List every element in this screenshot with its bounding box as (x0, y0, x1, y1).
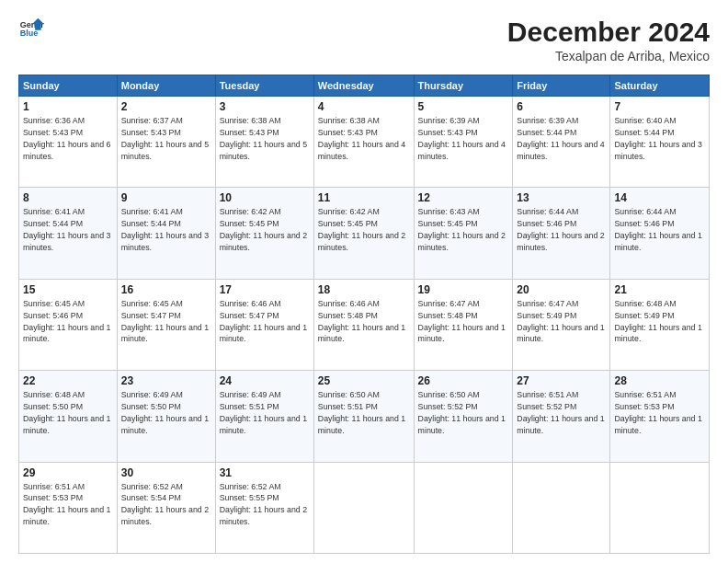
day-number: 3 (220, 100, 310, 113)
day-number: 31 (220, 466, 310, 479)
day-number: 23 (121, 374, 211, 387)
day-info: Sunrise: 6:44 AMSunset: 5:46 PMDaylight:… (517, 207, 604, 252)
dow-header-cell: Saturday (610, 75, 710, 97)
day-info: Sunrise: 6:50 AMSunset: 5:51 PMDaylight:… (318, 390, 405, 435)
calendar-week-row: 8 Sunrise: 6:41 AMSunset: 5:44 PMDayligh… (19, 188, 710, 279)
calendar-day-cell: 22 Sunrise: 6:48 AMSunset: 5:50 PMDaylig… (19, 371, 118, 462)
day-number: 25 (318, 374, 410, 387)
header: General Blue December 2024 Texalpan de A… (18, 17, 710, 63)
day-number: 12 (418, 191, 509, 204)
calendar-day-cell: 25 Sunrise: 6:50 AMSunset: 5:51 PMDaylig… (313, 371, 414, 462)
dow-header-cell: Sunday (19, 75, 118, 97)
day-info: Sunrise: 6:51 AMSunset: 5:52 PMDaylight:… (517, 390, 604, 435)
day-number: 29 (23, 466, 113, 479)
dow-header-cell: Thursday (414, 75, 513, 97)
day-info: Sunrise: 6:38 AMSunset: 5:43 PMDaylight:… (318, 116, 405, 161)
calendar-day-cell: 10 Sunrise: 6:42 AMSunset: 5:45 PMDaylig… (215, 188, 313, 279)
day-info: Sunrise: 6:52 AMSunset: 5:54 PMDaylight:… (121, 482, 209, 527)
day-info: Sunrise: 6:41 AMSunset: 5:44 PMDaylight:… (121, 207, 209, 252)
logo-icon: General Blue (18, 17, 44, 42)
calendar-day-cell: 8 Sunrise: 6:41 AMSunset: 5:44 PMDayligh… (19, 188, 118, 279)
day-info: Sunrise: 6:36 AMSunset: 5:43 PMDaylight:… (23, 116, 110, 161)
main-title: December 2024 (507, 17, 710, 47)
calendar-day-cell: 9 Sunrise: 6:41 AMSunset: 5:44 PMDayligh… (117, 188, 215, 279)
day-number: 19 (418, 283, 509, 296)
calendar-day-cell: 16 Sunrise: 6:45 AMSunset: 5:47 PMDaylig… (117, 279, 215, 370)
calendar-day-cell: 21 Sunrise: 6:48 AMSunset: 5:49 PMDaylig… (610, 279, 710, 370)
day-number: 13 (517, 191, 606, 204)
day-info: Sunrise: 6:46 AMSunset: 5:48 PMDaylight:… (318, 299, 405, 344)
day-info: Sunrise: 6:38 AMSunset: 5:43 PMDaylight:… (220, 116, 307, 161)
day-number: 8 (23, 191, 113, 204)
day-info: Sunrise: 6:49 AMSunset: 5:51 PMDaylight:… (220, 390, 307, 435)
day-info: Sunrise: 6:43 AMSunset: 5:45 PMDaylight:… (418, 207, 506, 252)
day-info: Sunrise: 6:50 AMSunset: 5:52 PMDaylight:… (418, 390, 506, 435)
calendar-day-cell: 23 Sunrise: 6:49 AMSunset: 5:50 PMDaylig… (117, 371, 215, 462)
day-info: Sunrise: 6:45 AMSunset: 5:46 PMDaylight:… (23, 299, 110, 344)
calendar-table: SundayMondayTuesdayWednesdayThursdayFrid… (18, 75, 710, 554)
calendar-week-row: 22 Sunrise: 6:48 AMSunset: 5:50 PMDaylig… (19, 371, 710, 462)
calendar-day-cell: 17 Sunrise: 6:46 AMSunset: 5:47 PMDaylig… (215, 279, 313, 370)
day-number: 15 (23, 283, 113, 296)
calendar-day-cell: 13 Sunrise: 6:44 AMSunset: 5:46 PMDaylig… (513, 188, 610, 279)
day-info: Sunrise: 6:42 AMSunset: 5:45 PMDaylight:… (220, 207, 307, 252)
day-info: Sunrise: 6:48 AMSunset: 5:49 PMDaylight:… (614, 299, 701, 344)
day-number: 14 (614, 191, 705, 204)
calendar-day-cell: 2 Sunrise: 6:37 AMSunset: 5:43 PMDayligh… (117, 97, 215, 188)
day-number: 4 (318, 100, 410, 113)
calendar-day-cell: 29 Sunrise: 6:51 AMSunset: 5:53 PMDaylig… (19, 462, 118, 553)
title-block: December 2024 Texalpan de Arriba, Mexico (507, 17, 710, 63)
day-info: Sunrise: 6:39 AMSunset: 5:43 PMDaylight:… (418, 116, 506, 161)
calendar-body: 1 Sunrise: 6:36 AMSunset: 5:43 PMDayligh… (19, 97, 710, 554)
sub-title: Texalpan de Arriba, Mexico (507, 49, 710, 63)
day-number: 30 (121, 466, 211, 479)
day-info: Sunrise: 6:51 AMSunset: 5:53 PMDaylight:… (614, 390, 701, 435)
calendar-day-cell: 27 Sunrise: 6:51 AMSunset: 5:52 PMDaylig… (513, 371, 610, 462)
page: General Blue December 2024 Texalpan de A… (0, 0, 728, 563)
day-number: 18 (318, 283, 410, 296)
day-info: Sunrise: 6:42 AMSunset: 5:45 PMDaylight:… (318, 207, 405, 252)
calendar-header-row: SundayMondayTuesdayWednesdayThursdayFrid… (19, 75, 710, 97)
day-number: 6 (517, 100, 606, 113)
day-info: Sunrise: 6:49 AMSunset: 5:50 PMDaylight:… (121, 390, 209, 435)
day-number: 22 (23, 374, 113, 387)
calendar-day-cell: 4 Sunrise: 6:38 AMSunset: 5:43 PMDayligh… (313, 97, 414, 188)
dow-header-cell: Monday (117, 75, 215, 97)
day-info: Sunrise: 6:47 AMSunset: 5:48 PMDaylight:… (418, 299, 506, 344)
dow-header-cell: Wednesday (313, 75, 414, 97)
calendar-week-row: 15 Sunrise: 6:45 AMSunset: 5:46 PMDaylig… (19, 279, 710, 370)
day-number: 21 (614, 283, 705, 296)
calendar-day-cell (610, 462, 710, 553)
calendar-day-cell: 26 Sunrise: 6:50 AMSunset: 5:52 PMDaylig… (414, 371, 513, 462)
calendar-day-cell: 30 Sunrise: 6:52 AMSunset: 5:54 PMDaylig… (117, 462, 215, 553)
calendar-day-cell: 20 Sunrise: 6:47 AMSunset: 5:49 PMDaylig… (513, 279, 610, 370)
day-info: Sunrise: 6:47 AMSunset: 5:49 PMDaylight:… (517, 299, 604, 344)
day-number: 20 (517, 283, 606, 296)
calendar-day-cell: 28 Sunrise: 6:51 AMSunset: 5:53 PMDaylig… (610, 371, 710, 462)
calendar-day-cell: 5 Sunrise: 6:39 AMSunset: 5:43 PMDayligh… (414, 97, 513, 188)
day-info: Sunrise: 6:52 AMSunset: 5:55 PMDaylight:… (220, 482, 307, 527)
calendar-day-cell: 15 Sunrise: 6:45 AMSunset: 5:46 PMDaylig… (19, 279, 118, 370)
calendar-day-cell: 12 Sunrise: 6:43 AMSunset: 5:45 PMDaylig… (414, 188, 513, 279)
day-number: 27 (517, 374, 606, 387)
day-number: 16 (121, 283, 211, 296)
day-info: Sunrise: 6:40 AMSunset: 5:44 PMDaylight:… (614, 116, 701, 161)
day-info: Sunrise: 6:37 AMSunset: 5:43 PMDaylight:… (121, 116, 209, 161)
calendar-day-cell (313, 462, 414, 553)
calendar-week-row: 29 Sunrise: 6:51 AMSunset: 5:53 PMDaylig… (19, 462, 710, 553)
day-info: Sunrise: 6:41 AMSunset: 5:44 PMDaylight:… (23, 207, 110, 252)
calendar-day-cell: 14 Sunrise: 6:44 AMSunset: 5:46 PMDaylig… (610, 188, 710, 279)
calendar-day-cell: 18 Sunrise: 6:46 AMSunset: 5:48 PMDaylig… (313, 279, 414, 370)
day-number: 28 (614, 374, 705, 387)
day-number: 2 (121, 100, 211, 113)
calendar-day-cell: 19 Sunrise: 6:47 AMSunset: 5:48 PMDaylig… (414, 279, 513, 370)
day-number: 5 (418, 100, 509, 113)
day-info: Sunrise: 6:46 AMSunset: 5:47 PMDaylight:… (220, 299, 307, 344)
calendar-day-cell: 24 Sunrise: 6:49 AMSunset: 5:51 PMDaylig… (215, 371, 313, 462)
dow-header-cell: Tuesday (215, 75, 313, 97)
day-number: 1 (23, 100, 113, 113)
logo: General Blue (18, 17, 44, 42)
calendar-day-cell: 3 Sunrise: 6:38 AMSunset: 5:43 PMDayligh… (215, 97, 313, 188)
calendar-day-cell: 7 Sunrise: 6:40 AMSunset: 5:44 PMDayligh… (610, 97, 710, 188)
day-info: Sunrise: 6:45 AMSunset: 5:47 PMDaylight:… (121, 299, 209, 344)
